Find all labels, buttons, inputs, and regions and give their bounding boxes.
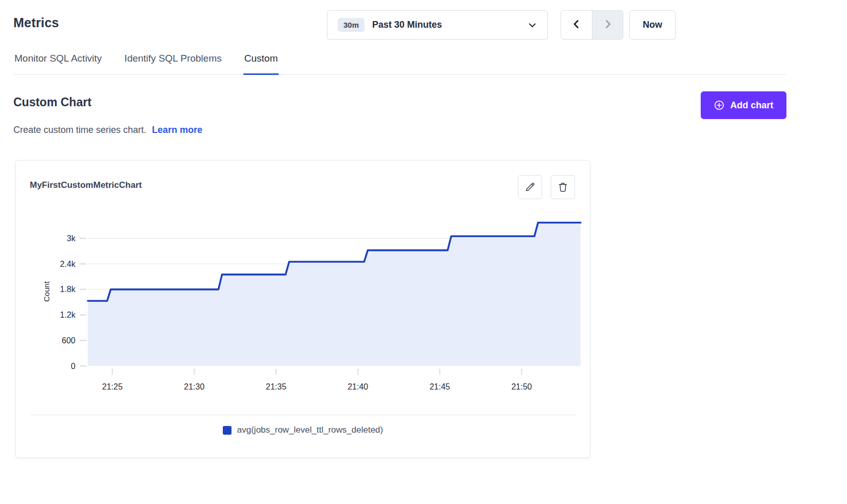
- time-range-badge: 30m: [338, 18, 364, 32]
- svg-text:2.4k: 2.4k: [60, 260, 76, 268]
- page-title: Metrics: [13, 15, 59, 30]
- metrics-page: Metrics 30m Past 30 Minutes Now Monitor …: [0, 0, 847, 504]
- card-divider: [30, 415, 575, 415]
- legend-color-swatch: [223, 426, 232, 435]
- metrics-tabs: Monitor SQL Activity Identify SQL Proble…: [13, 52, 786, 75]
- chevron-down-icon: [528, 21, 537, 30]
- edit-chart-button[interactable]: [518, 175, 542, 199]
- add-chart-button[interactable]: Add chart: [701, 91, 786, 119]
- svg-text:Count: Count: [42, 281, 51, 302]
- now-button[interactable]: Now: [629, 10, 676, 40]
- previous-time-button[interactable]: [561, 11, 592, 39]
- custom-chart-description: Create custom time series chart. Learn m…: [13, 125, 202, 135]
- legend-series-label: avg(jobs_row_level_ttl_rows_deleted): [237, 425, 383, 435]
- custom-metric-chart-card: MyFirstCustomMetricChart 06001.2k1.8k2.4…: [15, 160, 590, 458]
- chevron-right-icon: [603, 19, 613, 31]
- pencil-icon: [525, 182, 535, 192]
- next-time-button-disabled[interactable]: [592, 11, 623, 39]
- time-range-label: Past 30 Minutes: [372, 20, 442, 30]
- plus-circle-icon: [714, 100, 725, 111]
- svg-text:21:50: 21:50: [511, 382, 532, 391]
- svg-text:3k: 3k: [67, 234, 76, 243]
- tab-custom-label: Custom: [244, 53, 278, 64]
- chart-svg: 06001.2k1.8k2.4k3k21:2521:3021:3521:4021…: [39, 212, 591, 401]
- svg-text:21:45: 21:45: [430, 382, 450, 391]
- tab-custom[interactable]: Custom: [243, 52, 279, 74]
- svg-text:21:25: 21:25: [102, 382, 123, 391]
- svg-text:21:40: 21:40: [348, 382, 368, 391]
- trash-icon: [557, 182, 568, 192]
- svg-text:1.2k: 1.2k: [60, 311, 76, 319]
- svg-text:21:35: 21:35: [266, 382, 286, 391]
- tab-monitor-sql-activity[interactable]: Monitor SQL Activity: [13, 52, 103, 74]
- svg-text:600: 600: [62, 336, 75, 345]
- svg-text:1.8k: 1.8k: [60, 285, 76, 294]
- time-range-dropdown[interactable]: 30m Past 30 Minutes: [327, 10, 548, 40]
- active-tab-underline: [243, 73, 279, 75]
- tab-identify-sql-problems[interactable]: Identify SQL Problems: [123, 52, 222, 74]
- chart-legend: avg(jobs_row_level_ttl_rows_deleted): [16, 425, 590, 435]
- chevron-left-icon: [571, 19, 582, 31]
- description-text: Create custom time series chart.: [13, 125, 146, 135]
- time-pager: [561, 10, 623, 40]
- delete-chart-button[interactable]: [551, 175, 575, 199]
- custom-chart-heading: Custom Chart: [13, 95, 91, 109]
- add-chart-label: Add chart: [730, 100, 773, 111]
- chart-title: MyFirstCustomMetricChart: [30, 180, 142, 190]
- svg-text:21:30: 21:30: [184, 382, 204, 391]
- svg-text:0: 0: [71, 362, 75, 371]
- learn-more-link[interactable]: Learn more: [152, 125, 202, 135]
